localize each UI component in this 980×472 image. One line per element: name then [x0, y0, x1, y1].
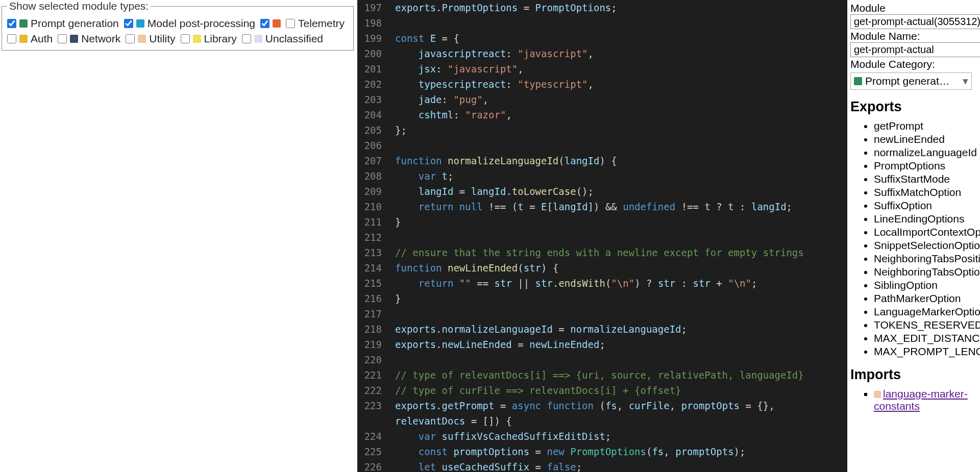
graph-node[interactable]	[86, 310, 93, 314]
graph-node[interactable]	[118, 250, 125, 253]
graph-node[interactable]	[54, 306, 61, 310]
filter-checkbox-4[interactable]	[7, 34, 16, 43]
graph-node[interactable]	[124, 256, 131, 260]
graph-node[interactable]	[150, 100, 157, 103]
graph-node[interactable]	[160, 293, 167, 296]
graph-node[interactable]	[138, 108, 145, 111]
graph-node[interactable]	[266, 240, 274, 243]
graph-node[interactable]	[126, 112, 133, 116]
filter-checkbox-7[interactable]	[181, 34, 190, 43]
graph-node[interactable]	[144, 286, 152, 289]
graph-node[interactable]	[141, 116, 148, 120]
graph-node[interactable]	[176, 419, 183, 423]
graph-node[interactable]	[121, 126, 128, 130]
graph-node[interactable]	[188, 428, 195, 432]
graph-node[interactable]	[276, 415, 283, 419]
graph-node[interactable]	[310, 314, 317, 317]
graph-node[interactable]	[291, 243, 298, 247]
graph-node[interactable]	[54, 448, 61, 452]
graph-node[interactable]	[129, 93, 136, 97]
graph-node[interactable]	[285, 229, 292, 232]
graph-node[interactable]	[80, 283, 87, 287]
graph-hub[interactable]	[302, 314, 311, 319]
graph-node[interactable]	[109, 251, 116, 254]
graph-node[interactable]	[157, 248, 164, 252]
graph-node[interactable]	[191, 262, 198, 265]
graph-node[interactable]	[122, 264, 129, 268]
graph-hub[interactable]	[138, 95, 148, 100]
graph-node[interactable]	[84, 267, 91, 271]
graph-node[interactable]	[121, 76, 128, 79]
graph-node[interactable]	[65, 434, 72, 438]
graph-node[interactable]	[139, 93, 146, 96]
graph-node[interactable]	[218, 420, 226, 424]
graph-node[interactable]	[112, 78, 119, 81]
graph-node[interactable]	[107, 310, 114, 313]
graph-hub[interactable]	[143, 268, 153, 273]
graph-hub[interactable]	[281, 421, 290, 426]
graph-node[interactable]	[63, 297, 70, 301]
graph-node[interactable]	[266, 416, 274, 419]
graph-node[interactable]	[80, 303, 87, 306]
graph-node[interactable]	[102, 96, 109, 100]
graph-node[interactable]	[163, 254, 170, 257]
graph-node[interactable]	[102, 103, 109, 106]
graph-node[interactable]	[156, 275, 163, 278]
graph-node[interactable]	[115, 73, 122, 77]
graph-node[interactable]	[152, 117, 159, 120]
graph-node[interactable]	[181, 413, 188, 417]
graph-node[interactable]	[161, 77, 168, 81]
graph-hub[interactable]	[179, 416, 188, 421]
graph-node[interactable]	[149, 74, 156, 78]
graph-node[interactable]	[85, 309, 92, 312]
graph-node[interactable]	[166, 412, 174, 415]
graph-node[interactable]	[182, 254, 189, 257]
graph-node[interactable]	[181, 312, 188, 316]
graph-node[interactable]	[139, 211, 146, 215]
graph-node[interactable]	[142, 93, 149, 96]
graph-node[interactable]	[139, 95, 146, 99]
filter-checkbox-6[interactable]	[126, 34, 135, 43]
graph-node[interactable]	[145, 282, 152, 285]
graph-node[interactable]	[124, 331, 131, 334]
graph-node[interactable]	[296, 331, 303, 334]
graph-node[interactable]	[46, 305, 53, 309]
graph-node[interactable]	[179, 414, 186, 418]
graph-node[interactable]	[165, 430, 172, 434]
graph-node[interactable]	[164, 99, 171, 103]
graph-node[interactable]	[142, 90, 149, 94]
graph-node[interactable]	[117, 66, 125, 69]
graph-node[interactable]	[156, 269, 163, 273]
graph-node[interactable]	[177, 231, 184, 235]
graph-node[interactable]	[145, 266, 153, 269]
graph-node[interactable]	[158, 281, 165, 284]
graph-node[interactable]	[171, 217, 178, 221]
graph-node[interactable]	[180, 417, 187, 420]
graph-node[interactable]	[124, 321, 131, 325]
graph-node[interactable]	[285, 427, 292, 431]
graph-node[interactable]	[145, 278, 152, 281]
graph-node[interactable]	[278, 437, 285, 441]
graph-node[interactable]	[207, 414, 214, 418]
graph-node[interactable]	[58, 444, 65, 448]
graph-node[interactable]	[118, 108, 125, 112]
graph-node[interactable]	[302, 314, 309, 317]
graph-node[interactable]	[253, 214, 260, 218]
graph-node[interactable]	[209, 440, 216, 443]
graph-node[interactable]	[152, 88, 159, 92]
graph-node[interactable]	[95, 94, 102, 98]
graph-node[interactable]	[152, 260, 159, 263]
graph-node[interactable]	[127, 88, 134, 91]
graph-node[interactable]	[193, 395, 201, 399]
graph-node[interactable]	[73, 285, 80, 289]
graph-node[interactable]	[166, 275, 174, 279]
graph-hub[interactable]	[57, 437, 66, 441]
graph-node[interactable]	[114, 253, 121, 257]
graph-node[interactable]	[137, 122, 144, 126]
graph-node[interactable]	[79, 316, 86, 319]
graph-node[interactable]	[145, 284, 153, 288]
graph-node[interactable]	[138, 95, 145, 98]
graph-node[interactable]	[148, 274, 155, 278]
graph-node[interactable]	[253, 217, 260, 220]
graph-node[interactable]	[183, 453, 190, 457]
